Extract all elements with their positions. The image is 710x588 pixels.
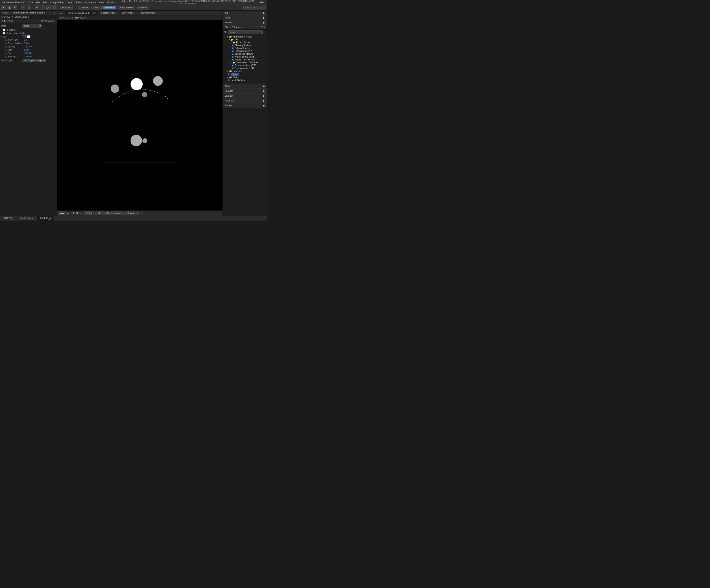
paint-style-dropdown[interactable]: On Original Image [22, 59, 46, 63]
zoom-tool[interactable]: 🔍 [13, 5, 17, 10]
menu-help[interactable]: Help [260, 1, 265, 4]
menu-view[interactable]: View [99, 1, 104, 4]
pulsing-strokes-2-item[interactable]: ▣ Pulsing Strokes 2 [223, 50, 267, 52]
preview-section[interactable]: Preview ▶ [223, 20, 267, 25]
path-dropdown[interactable]: None [22, 24, 42, 28]
footage-tab[interactable]: Footage (none) [99, 10, 119, 15]
menu-composition[interactable]: Composition [50, 1, 64, 4]
tab-learn[interactable]: Learn [91, 6, 102, 9]
tab-small-screen[interactable]: Small Screen [117, 6, 135, 9]
project-label: Project [2, 11, 8, 14]
search-input[interactable] [243, 6, 265, 9]
playback-icon[interactable]: ▶ [67, 212, 69, 214]
fill-stroke-toggle[interactable]: ▼ [230, 42, 232, 44]
viewer-time[interactable]: 0:00:01:07 [71, 212, 81, 214]
timeline-tab-render[interactable]: Render Queue [17, 216, 37, 220]
zoom-btn[interactable]: 100% ▼ [83, 212, 94, 215]
pulsing-strokes-item[interactable]: ▣ Pulsing Strokes [223, 47, 267, 50]
clone-tool[interactable]: ⬛ [52, 5, 56, 10]
start-value[interactable]: 0.0% [24, 49, 29, 51]
animation-presets-toggle[interactable]: ▼ [227, 36, 228, 38]
menu-window[interactable]: Window [107, 1, 116, 4]
snapping-toggle[interactable]: Snapping [60, 6, 73, 9]
chasing-strokes-item[interactable]: ▣ Chasing Strokes [223, 44, 267, 47]
stylize-item[interactable]: ▼ 📁 Stylize [223, 76, 267, 79]
view-btn[interactable]: 1 View ▼ [126, 212, 139, 215]
character-section[interactable]: Character ▶ [223, 94, 267, 98]
menu-layer[interactable]: Layer [67, 1, 73, 4]
color-swatch-white[interactable] [27, 35, 30, 38]
generate-item[interactable]: ▼ 📁 Generate [223, 70, 267, 73]
brush-tool[interactable]: 🖌 [46, 5, 51, 10]
quality-btn[interactable]: Full ▼ [95, 212, 104, 215]
color-swatch-black[interactable] [22, 35, 26, 38]
hand-tool[interactable]: ✋ [7, 5, 11, 10]
menu-animation[interactable]: Animation [85, 1, 96, 4]
audio-label: Audio [225, 17, 231, 19]
opacity-label: Opacity [7, 45, 24, 48]
stroke-seq-label: Stroke Sequentially [6, 32, 25, 34]
camera-orbit-tool[interactable]: 🎥 [27, 5, 31, 10]
align-section[interactable]: Align ▶ [223, 84, 267, 89]
spacing-value[interactable]: 15.00% [24, 55, 32, 58]
effects-presets-header[interactable]: Effects & Presets ☰ ✕ [223, 25, 267, 29]
timeline-tab-shapes4[interactable]: SHAPES_4 [37, 216, 54, 220]
rotate-tool[interactable]: ↻ [21, 5, 25, 10]
boxes-pal-item[interactable]: ▣ Boxes - stroked PAL [223, 67, 267, 70]
opacity-value[interactable]: 100.0% [24, 45, 32, 48]
stylize-toggle[interactable]: ▼ [227, 76, 228, 78]
audio-section[interactable]: Audio ▶ [223, 16, 267, 20]
end-value[interactable]: 100.0% [24, 52, 32, 54]
fill-stroke-item[interactable]: ▼ 📁 Fill and Stroke [223, 41, 267, 44]
transitions-item[interactable]: ▼ 📁 Transitions - Dissolves [223, 61, 267, 64]
menu-effect[interactable]: Effect [76, 1, 82, 4]
menu-file[interactable]: File [36, 1, 40, 4]
text-item[interactable]: ▼ 📁 Text [223, 38, 267, 41]
composition-tab[interactable]: □ Composition SHAPES_4 ✕ [65, 10, 99, 15]
boxes-ntsc-item[interactable]: ▣ Boxes - stroked NTSC [223, 64, 267, 67]
timeline-tab-shapes3[interactable]: SHAPES_3 [0, 216, 17, 220]
preset-icon-5: ▣ [232, 55, 234, 58]
stroke-seq-checkbox[interactable] [3, 32, 5, 34]
brush-size-value[interactable]: 2.0 [24, 39, 27, 41]
tab-default[interactable]: Default [78, 6, 90, 9]
wiggly-stroke-width-label: Wiggly Stroke Width [235, 55, 255, 58]
layer-tab[interactable]: Layer (none) [119, 10, 137, 15]
wiggly-stroke-width-item[interactable]: ▣ Wiggly Stroke Width [223, 55, 267, 58]
tab-standard[interactable]: Standard [102, 6, 116, 9]
playback-controls[interactable]: ⏮⏭ [58, 212, 66, 215]
generate-toggle[interactable]: ▼ [227, 70, 228, 72]
transitions-toggle[interactable]: ▼ [230, 62, 232, 64]
pen-tool[interactable]: ✏ [35, 5, 39, 10]
stroke-expand-icon[interactable]: ▼ [1, 20, 3, 22]
text-toggle[interactable]: ▼ [228, 39, 230, 41]
menu-edit[interactable]: Edit [43, 1, 47, 4]
stroke-item[interactable]: fx Stroke [223, 73, 267, 76]
info-section[interactable]: Info ▶ [223, 10, 267, 16]
camera-btn[interactable]: Active Camera ▼ [105, 212, 125, 215]
panel-menu-btn[interactable]: ☰ [53, 11, 55, 14]
menu-after-effects[interactable]: Adobe After Effects CC 2019 [2, 1, 33, 4]
wiggly-width-line-item[interactable]: ▣ Wiggly ...idth By Line [223, 58, 267, 61]
brush-hardness-value[interactable]: 79% [24, 42, 29, 45]
flowchart-tab[interactable]: Flowchart (none) [137, 10, 160, 15]
ep-search-input[interactable] [228, 30, 263, 34]
brush-strokes-item[interactable]: fx Brush Strokes [223, 79, 267, 81]
ep-toggle[interactable]: ✕ [263, 26, 265, 28]
selection-tool[interactable]: ⬆ [1, 5, 6, 10]
libraries-section[interactable]: Libraries ▶ [223, 89, 267, 94]
ep-menu-icon[interactable]: ☰ [260, 26, 262, 28]
align-toggle: ▶ [263, 85, 265, 87]
animation-presets-item[interactable]: ▼ 📁 Animation Presets [223, 35, 267, 38]
stroke-reset-btn[interactable]: Reset [41, 20, 47, 22]
text-tool[interactable]: T [41, 5, 45, 10]
tracker-section[interactable]: Tracker ▶ [223, 103, 267, 108]
all-masks-checkbox[interactable] [3, 29, 5, 31]
stroke-ease-down-item[interactable]: ▣ Stroke Ease Down [223, 52, 267, 55]
paragraph-section[interactable]: Paragraph ▶ [223, 98, 267, 103]
stroke-about-btn[interactable]: About... [48, 20, 56, 22]
ep-clear-btn[interactable]: ✕ [263, 31, 265, 34]
tab-libraries[interactable]: Libraries [136, 6, 149, 9]
breadcrumb-shapes4[interactable]: SHAPES_4 [75, 17, 87, 19]
breadcrumb-shapes3[interactable]: SHAPES_3 [60, 17, 71, 19]
